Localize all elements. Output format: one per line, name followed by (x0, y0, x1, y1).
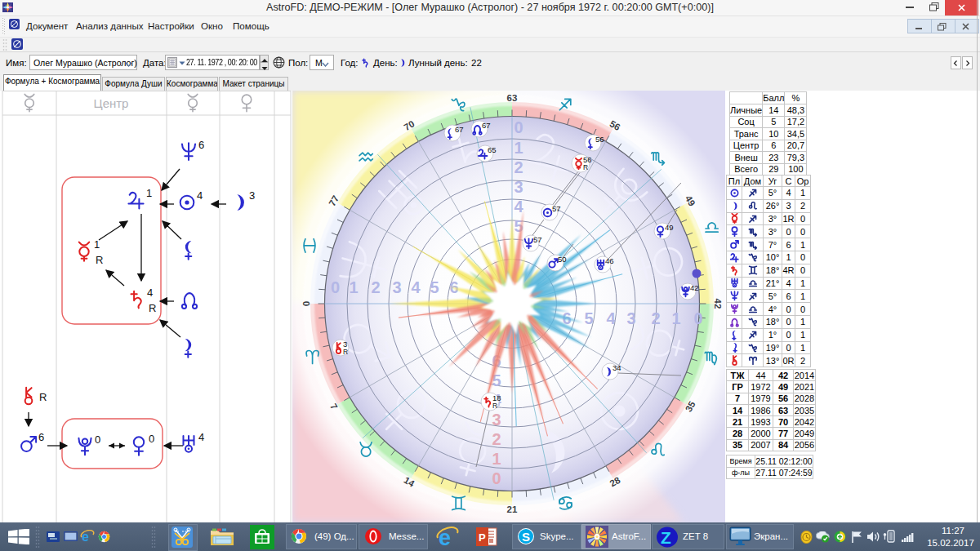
svg-text:Центр: Центр (94, 96, 129, 110)
svg-text:49: 49 (665, 223, 674, 232)
svg-text:3: 3 (249, 189, 255, 202)
svg-text:5: 5 (430, 278, 439, 296)
svg-text:2: 2 (651, 309, 660, 327)
svg-text:3: 3 (392, 278, 401, 296)
svg-text:4: 4 (147, 287, 153, 299)
svg-text:0: 0 (514, 118, 523, 136)
svg-text:46: 46 (605, 256, 614, 265)
svg-text:4: 4 (606, 309, 616, 327)
svg-text:R: R (583, 163, 588, 171)
svg-text:57: 57 (552, 204, 561, 213)
svg-text:3: 3 (514, 178, 523, 196)
svg-text:P: P (479, 531, 486, 544)
svg-text:4: 4 (198, 431, 204, 443)
svg-text:21: 21 (507, 504, 518, 514)
svg-text:63: 63 (507, 93, 518, 103)
svg-text:0: 0 (693, 309, 702, 327)
svg-text:2: 2 (371, 278, 380, 296)
svg-text:1: 1 (514, 139, 523, 157)
svg-text:67: 67 (482, 121, 491, 130)
svg-text:2: 2 (492, 430, 501, 448)
svg-text:56: 56 (595, 135, 604, 144)
svg-text:42: 42 (690, 283, 699, 292)
svg-text:67: 67 (455, 125, 464, 134)
svg-text:50: 50 (558, 255, 567, 264)
svg-text:4: 4 (411, 278, 421, 296)
svg-text:34: 34 (612, 363, 621, 372)
svg-text:1: 1 (146, 187, 152, 199)
svg-text:Z: Z (661, 528, 671, 547)
svg-text:S: S (522, 530, 530, 544)
svg-text:R: R (149, 302, 156, 314)
svg-text:42: 42 (713, 299, 723, 309)
svg-text:R: R (39, 391, 47, 403)
svg-text:1: 1 (671, 309, 680, 327)
svg-text:0: 0 (492, 469, 501, 487)
svg-text:2: 2 (514, 158, 523, 176)
svg-text:1: 1 (349, 278, 358, 296)
svg-text:3: 3 (492, 411, 501, 429)
svg-text:1: 1 (94, 238, 100, 251)
svg-text:R: R (343, 348, 348, 356)
svg-text:0: 0 (95, 433, 100, 446)
svg-text:3: 3 (626, 309, 635, 327)
svg-text:57: 57 (533, 235, 542, 244)
svg-text:0: 0 (149, 433, 154, 445)
svg-text:65: 65 (488, 145, 497, 154)
svg-text:1: 1 (492, 450, 501, 468)
svg-text:0: 0 (301, 301, 311, 306)
svg-text:4: 4 (197, 189, 203, 202)
svg-text:4: 4 (514, 198, 523, 216)
svg-text:6: 6 (38, 431, 44, 443)
svg-text:R: R (492, 402, 497, 410)
svg-text:e: e (82, 530, 89, 544)
svg-text:5: 5 (584, 309, 593, 327)
svg-text:R: R (96, 254, 103, 266)
svg-text:0: 0 (331, 278, 340, 296)
svg-text:6: 6 (198, 139, 204, 151)
